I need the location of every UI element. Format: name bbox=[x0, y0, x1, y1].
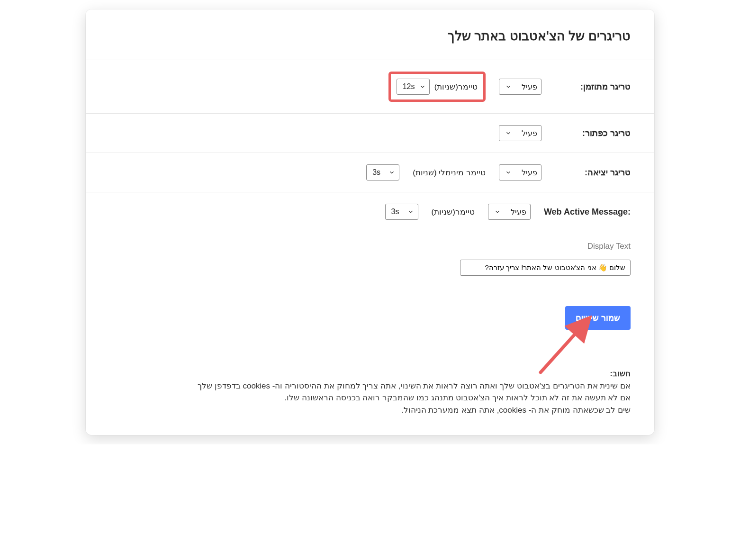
row-button-trigger: טריגר כפתור: פעיל bbox=[86, 113, 654, 153]
timer-select-wam[interactable]: 3s bbox=[385, 204, 418, 220]
status-value: פעיל bbox=[522, 168, 537, 177]
label-timed-trigger: טריגר מתוזמן: bbox=[555, 81, 631, 92]
important-heading: חשוב: bbox=[109, 368, 631, 380]
row-web-active-message: Web Active Message: פעיל טיימר(שניות) 3s… bbox=[86, 192, 654, 287]
status-value: פעיל bbox=[511, 208, 526, 217]
important-note: חשוב: אם שינית את הטריגרים בצ'אטבוט שלך … bbox=[86, 330, 654, 421]
row-timed-trigger: טריגר מתוזמן: פעיל טיימר(שניות) 12s bbox=[86, 60, 654, 113]
status-select-exit[interactable]: פעיל bbox=[499, 164, 541, 181]
label-button-trigger: טריגר כפתור: bbox=[555, 128, 631, 138]
chevron-down-icon bbox=[419, 83, 426, 90]
chevron-down-icon bbox=[505, 130, 512, 136]
display-text-input[interactable] bbox=[460, 260, 631, 276]
timer-label-wam: טיימר(שניות) bbox=[432, 207, 475, 217]
timer-label-timed: טיימר(שניות) bbox=[434, 82, 478, 92]
timer-label-exit: טיימר מינימלי (שניות) bbox=[413, 168, 486, 178]
status-select-timed[interactable]: פעיל bbox=[499, 79, 541, 95]
important-line: אם לא תעשה את זה לא תוכל לראות איך הצ'אט… bbox=[109, 392, 631, 404]
label-web-active-message: Web Active Message: bbox=[544, 207, 631, 217]
display-text-label: Display Text bbox=[587, 242, 631, 251]
chevron-down-icon bbox=[494, 208, 501, 215]
save-button[interactable]: שמור שינויים bbox=[565, 306, 631, 330]
important-line: אם שינית את הטריגרים בצ'אטבוט שלך ואתה ר… bbox=[109, 380, 631, 392]
status-value: פעיל bbox=[522, 82, 537, 91]
row-exit-trigger: טריגר יציאה: פעיל טיימר מינימלי (שניות) … bbox=[86, 153, 654, 192]
save-area: שמור שינויים bbox=[86, 287, 654, 330]
status-select-wam[interactable]: פעיל bbox=[488, 204, 531, 220]
chevron-down-icon bbox=[505, 169, 512, 176]
timer-select-exit[interactable]: 3s bbox=[366, 164, 399, 181]
status-select-button[interactable]: פעיל bbox=[499, 125, 541, 141]
timer-select-timed[interactable]: 12s bbox=[397, 79, 430, 95]
important-line: שים לב שכשאתה מוחק את ה- cookies, אתה תצ… bbox=[109, 404, 631, 416]
timer-highlight-box: טיימר(שניות) 12s bbox=[388, 72, 486, 102]
chevron-down-icon bbox=[388, 169, 395, 176]
page-title: טריגרים של הצ'אטבוט באתר שלך bbox=[86, 28, 654, 44]
timer-value: 3s bbox=[391, 208, 399, 216]
label-exit-trigger: טריגר יציאה: bbox=[555, 167, 631, 178]
timer-value: 3s bbox=[372, 168, 380, 177]
triggers-panel: טריגרים של הצ'אטבוט באתר שלך טריגר מתוזמ… bbox=[86, 9, 654, 435]
timer-value: 12s bbox=[403, 82, 415, 91]
chevron-down-icon bbox=[505, 83, 512, 90]
status-value: פעיל bbox=[522, 129, 537, 138]
chevron-down-icon bbox=[407, 208, 414, 215]
